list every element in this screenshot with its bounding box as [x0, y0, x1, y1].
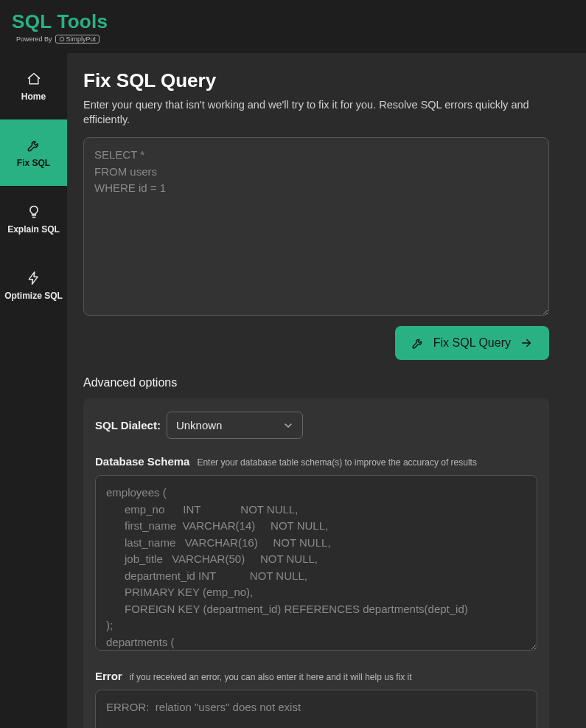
schema-heading: Database Schema Enter your database tabl… [95, 455, 537, 468]
bolt-icon [27, 271, 41, 285]
sidebar-item-explain-sql[interactable]: Explain SQL [0, 186, 67, 252]
sidebar-item-label: Fix SQL [17, 158, 50, 168]
sidebar-item-fix-sql[interactable]: Fix SQL [0, 119, 67, 186]
sidebar-item-label: Home [21, 91, 46, 102]
svg-point-0 [60, 37, 64, 41]
error-label: Error [95, 670, 122, 682]
sidebar: Home Fix SQL Explain SQL Optimize SQL [0, 53, 67, 728]
sidebar-item-optimize-sql[interactable]: Optimize SQL [0, 252, 67, 319]
brand-mark-icon [59, 36, 65, 42]
main-content: Fix SQL Query Enter your query that isn'… [67, 53, 586, 728]
logo-subtitle: Powered By SimplyPut [12, 35, 574, 44]
lightbulb-icon [27, 204, 41, 219]
page-title: Fix SQL Query [83, 69, 549, 92]
fix-button-label: Fix SQL Query [433, 336, 511, 350]
dialect-label: SQL Dialect: [95, 419, 161, 431]
app-header: SQL Tools Powered By SimplyPut [0, 0, 586, 53]
error-heading: Error if you received an error, you can … [95, 670, 537, 682]
powered-by-brand: SimplyPut [66, 35, 97, 43]
schema-hint: Enter your database table schema(s) to i… [197, 457, 477, 468]
arrow-right-icon [520, 336, 533, 350]
fix-sql-button[interactable]: Fix SQL Query [395, 326, 549, 360]
sidebar-item-label: Optimize SQL [4, 291, 63, 301]
sidebar-item-label: Explain SQL [7, 224, 60, 235]
dialect-select-wrap: Unknown [167, 412, 303, 439]
schema-input[interactable] [95, 475, 537, 651]
button-row: Fix SQL Query [83, 326, 549, 360]
schema-label: Database Schema [95, 455, 189, 468]
dialect-row: SQL Dialect: Unknown [95, 412, 537, 439]
wrench-icon [411, 336, 425, 350]
advanced-options-title: Advanced options [83, 376, 549, 389]
dialect-select[interactable]: Unknown [167, 412, 303, 439]
powered-by-brand-box: SimplyPut [55, 35, 100, 44]
powered-by-prefix: Powered By [16, 35, 52, 43]
error-input[interactable] [95, 690, 537, 728]
error-hint: if you received an error, you can also e… [130, 672, 412, 682]
wrench-icon [27, 138, 41, 153]
home-icon [27, 72, 41, 86]
sql-query-input[interactable] [83, 137, 549, 316]
logo-title: SQL Tools [12, 10, 574, 33]
advanced-options-panel: SQL Dialect: Unknown Database Schema Ent… [83, 398, 549, 728]
sidebar-item-home[interactable]: Home [0, 53, 67, 119]
page-description: Enter your query that isn't working and … [83, 98, 533, 127]
